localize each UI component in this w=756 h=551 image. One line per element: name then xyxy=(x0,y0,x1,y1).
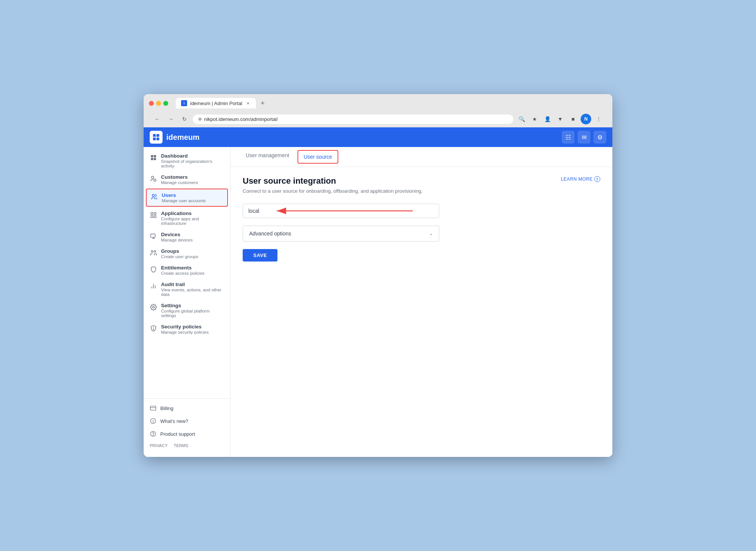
sidebar: Dashboard Snapshot of organization's act… xyxy=(144,147,231,457)
sidebar-item-label-groups: Groups xyxy=(161,248,198,254)
close-button[interactable] xyxy=(149,101,154,106)
extension-icon[interactable]: ▼ xyxy=(555,114,565,124)
menu-icon[interactable]: ⋮ xyxy=(593,114,604,124)
source-input[interactable] xyxy=(243,204,439,218)
app-container: idemeum ☷ ✉ ⚙ Dashboard xyxy=(144,127,612,457)
svg-rect-4 xyxy=(151,155,153,157)
settings-icon[interactable]: ⚙ xyxy=(593,131,606,144)
tab-favicon-icon: i xyxy=(181,100,187,106)
search-icon[interactable]: 🔍 xyxy=(516,114,527,124)
sidebar-item-text-applications: Applications Configure apps and infrastr… xyxy=(161,210,224,226)
tab-close-button[interactable]: ✕ xyxy=(245,101,251,106)
app-body: Dashboard Snapshot of organization's act… xyxy=(144,147,612,457)
chevron-down-icon: ⌄ xyxy=(429,231,433,236)
tab-title: idemeum | Admin Portal xyxy=(190,101,242,106)
window-buttons xyxy=(149,101,168,106)
minimize-button[interactable] xyxy=(156,101,161,106)
source-input-container xyxy=(243,204,600,218)
browser-titlebar: i idemeum | Admin Portal ✕ + xyxy=(149,98,607,108)
learn-more-link[interactable]: LEARN MORE i xyxy=(561,176,600,182)
sidebar-item-customers[interactable]: Customers Manage customers xyxy=(144,171,230,188)
address-bar[interactable]: ⊕ nikpot.idemeum.com/adminportal/ xyxy=(193,115,513,124)
advanced-options-label: Advanced options xyxy=(249,231,291,237)
tab-bar: i idemeum | Admin Portal ✕ + xyxy=(176,98,268,108)
sidebar-item-label-devices: Devices xyxy=(161,232,193,237)
browser-tab[interactable]: i idemeum | Admin Portal ✕ xyxy=(176,98,256,108)
bell-icon[interactable]: ✉ xyxy=(578,131,590,144)
tab-user-management[interactable]: User management xyxy=(240,147,295,167)
sidebar-item-applications[interactable]: Applications Configure apps and infrastr… xyxy=(144,207,230,229)
profile-icon[interactable]: 👤 xyxy=(542,114,553,124)
sidebar-item-billing[interactable]: Billing xyxy=(144,402,230,415)
logo-svg xyxy=(152,133,160,141)
privacy-link[interactable]: PRIVACY xyxy=(150,443,167,448)
back-button[interactable]: ← xyxy=(152,114,163,124)
svg-point-10 xyxy=(152,194,155,197)
sidebar-item-label-settings: Settings xyxy=(161,303,224,308)
sidebar-item-sublabel-applications: Configure apps and infrastructure xyxy=(161,217,224,226)
sidebar-item-users[interactable]: Users Manage user accounts xyxy=(146,189,228,207)
sidebar-item-security-policies[interactable]: Security policies Manage security polici… xyxy=(144,321,230,337)
svg-rect-24 xyxy=(150,406,156,410)
split-view-icon[interactable]: ■ xyxy=(568,114,578,124)
sidebar-item-label-security: Security policies xyxy=(161,324,209,330)
dashboard-icon xyxy=(150,154,157,161)
user-avatar[interactable]: N xyxy=(581,114,591,124)
refresh-button[interactable]: ↻ xyxy=(179,114,190,124)
sidebar-item-audit-trail[interactable]: Audit trail View events, actions, and ot… xyxy=(144,279,230,300)
page-title: User source integration xyxy=(243,176,423,186)
advanced-options-header[interactable]: Advanced options ⌄ xyxy=(243,226,439,241)
header-actions: ☷ ✉ ⚙ xyxy=(562,131,606,144)
maximize-button[interactable] xyxy=(163,101,168,106)
audit-icon xyxy=(150,282,157,290)
svg-rect-14 xyxy=(154,216,156,218)
app-header: idemeum ☷ ✉ ⚙ xyxy=(144,127,612,147)
support-icon xyxy=(150,430,156,437)
sidebar-item-settings[interactable]: Settings Configure global platform setti… xyxy=(144,300,230,321)
content-area: User source integration Connect to a use… xyxy=(231,167,612,271)
svg-rect-6 xyxy=(151,158,153,160)
applications-icon xyxy=(150,211,157,219)
sidebar-item-sublabel-devices: Manage devices xyxy=(161,238,193,242)
forward-button[interactable]: → xyxy=(166,114,176,124)
sidebar-item-label-audit: Audit trail xyxy=(161,282,224,287)
grid-icon[interactable]: ☷ xyxy=(562,131,575,144)
sidebar-bottom: Billing What's new? Product support xyxy=(144,398,230,454)
billing-icon xyxy=(150,405,156,412)
sidebar-item-sublabel-dashboard: Snapshot of organization's activity xyxy=(161,159,224,168)
terms-link[interactable]: TERMS xyxy=(174,443,188,448)
save-button[interactable]: SAVE xyxy=(243,249,277,262)
svg-point-9 xyxy=(154,179,156,181)
sidebar-item-entitlements[interactable]: Entitlements Create access policies xyxy=(144,262,230,279)
sidebar-item-whats-new[interactable]: What's new? xyxy=(144,415,230,427)
svg-rect-3 xyxy=(156,138,159,140)
sidebar-item-label-applications: Applications xyxy=(161,210,224,216)
tabs-bar: User management User source xyxy=(231,147,612,167)
sidebar-item-text-entitlements: Entitlements Create access policies xyxy=(161,265,204,276)
sidebar-item-sublabel-users: Manage user accounts xyxy=(162,198,206,203)
groups-icon xyxy=(150,249,157,257)
main-content: User management User source User source … xyxy=(231,147,612,457)
customers-icon xyxy=(150,175,157,183)
settings-sidebar-icon xyxy=(150,303,157,311)
svg-point-8 xyxy=(152,176,154,178)
security-icon xyxy=(150,325,157,332)
svg-point-28 xyxy=(153,422,153,422)
users-icon xyxy=(150,193,158,201)
entitlements-icon xyxy=(150,266,157,273)
browser-chrome: i idemeum | Admin Portal ✕ + ← → ↻ ⊕ nik… xyxy=(144,94,612,127)
sidebar-item-text-audit: Audit trail View events, actions, and ot… xyxy=(161,282,224,297)
new-tab-button[interactable]: + xyxy=(257,98,268,108)
bookmark-icon[interactable]: ★ xyxy=(529,114,540,124)
sidebar-item-dashboard[interactable]: Dashboard Snapshot of organization's act… xyxy=(144,150,230,171)
devices-icon xyxy=(150,232,157,240)
svg-rect-11 xyxy=(151,212,153,214)
tab-user-source[interactable]: User source xyxy=(297,150,338,164)
app-logo: idemeum xyxy=(150,131,200,144)
sidebar-item-label-users: Users xyxy=(162,192,206,198)
svg-point-23 xyxy=(153,329,154,330)
address-icon: ⊕ xyxy=(198,116,202,122)
sidebar-item-groups[interactable]: Groups Create user groups xyxy=(144,245,230,262)
sidebar-item-devices[interactable]: Devices Manage devices xyxy=(144,229,230,245)
sidebar-item-product-support[interactable]: Product support xyxy=(144,427,230,440)
